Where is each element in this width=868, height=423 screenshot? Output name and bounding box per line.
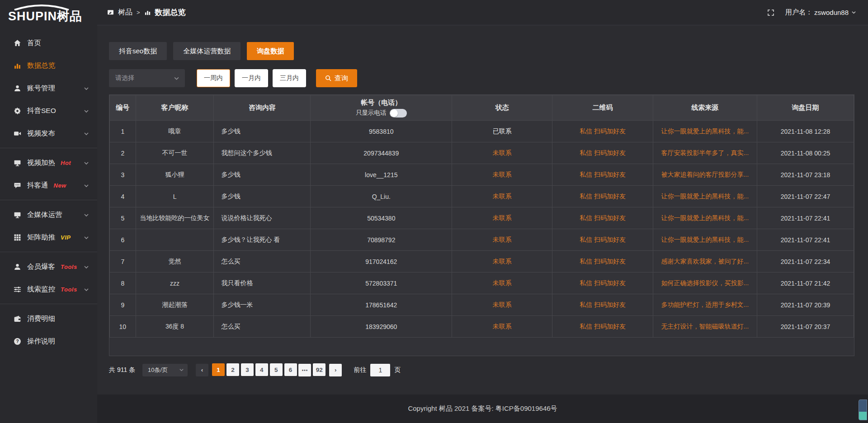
sidebar-item-badge: New <box>54 182 66 189</box>
period-button[interactable]: 三月内 <box>273 69 306 87</box>
source-link[interactable]: 感谢大家喜欢我家，被问了好... <box>661 258 749 265</box>
period-buttons: 一周内 一月内 三月内 <box>197 69 306 87</box>
page-number-button[interactable]: 3 <box>241 363 254 376</box>
sidebar-item[interactable]: 抖客通 New <box>0 174 97 197</box>
tab-button[interactable]: 询盘数据 <box>247 42 294 60</box>
page-number-button[interactable]: 2 <box>226 363 239 376</box>
monitor-icon <box>14 159 21 167</box>
screen-icon <box>14 211 21 219</box>
cell-date: 2021-11-07 22:41 <box>757 229 854 251</box>
fullscreen-icon[interactable] <box>767 9 774 16</box>
cell-date: 2021-11-07 22:34 <box>757 251 854 273</box>
data-tabs: 抖音seo数据 全媒体运营数据 询盘数据 <box>109 42 854 60</box>
phone-only-toggle[interactable] <box>390 109 407 118</box>
sidebar-item-badge: Tools <box>61 263 77 270</box>
sidebar-item[interactable]: 矩阵助推 VIP <box>0 226 97 249</box>
period-button[interactable]: 一周内 <box>197 69 230 87</box>
tab-button[interactable]: 全媒体运营数据 <box>173 42 241 60</box>
tab-button[interactable]: 抖音seo数据 <box>109 42 167 60</box>
sidebar-item[interactable]: ? 操作说明 <box>0 330 97 352</box>
sidebar-item[interactable]: 全媒体运营 <box>0 203 97 226</box>
page-number-button[interactable]: ••• <box>298 364 311 376</box>
page-number-button[interactable]: 92 <box>313 363 326 376</box>
sidebar-item[interactable]: 消费明细 <box>0 307 97 330</box>
status-text: 未联系 <box>452 142 552 164</box>
logo-text: SHUPIN树品 <box>8 10 97 23</box>
sidebar-nav: 首页 数据总览 账号管理 <box>0 28 97 352</box>
copyright-text: Copyright 树品 2021 备案号: 粤ICP备09019646号 <box>408 404 557 413</box>
video-icon <box>14 130 21 137</box>
cell-id: 6 <box>110 229 136 251</box>
cell-content: 怎么买 <box>214 251 311 273</box>
search-button-label: 查询 <box>335 74 348 83</box>
page-number-button[interactable]: 4 <box>255 363 268 376</box>
source-link[interactable]: 让你一眼就爱上的黑科技，能... <box>661 236 749 243</box>
chevron-down-icon <box>84 131 89 138</box>
page-number-button[interactable]: 5 <box>270 363 283 376</box>
page-size-select[interactable]: 10条/页 <box>142 364 188 376</box>
qr-link[interactable]: 私信 扫码加好友 <box>580 258 626 265</box>
status-text: 未联系 <box>452 251 552 273</box>
sidebar-item-label: 抖音SEO <box>27 106 56 116</box>
cell-nickname: zzz <box>136 273 214 294</box>
cell-date: 2021-11-07 20:39 <box>757 294 854 316</box>
breadcrumb-app[interactable]: 树品 <box>118 8 132 17</box>
col-header-id: 编号 <box>110 95 136 121</box>
source-link[interactable]: 被大家追着问的客厅投影分享... <box>661 171 749 178</box>
sidebar-item[interactable]: 视频加热 Hot <box>0 151 97 174</box>
qr-link[interactable]: 私信 扫码加好友 <box>580 236 626 243</box>
sidebar-item[interactable]: 会员爆客 Tools <box>0 255 97 278</box>
qr-link[interactable]: 私信 扫码加好友 <box>580 127 626 135</box>
table-row: 4 L 多少钱 Q_Liu. 未联系 私信 扫码加好友 让你一眼就爱上的黑科技，… <box>110 186 854 207</box>
qr-link[interactable]: 私信 扫码加好友 <box>580 193 626 200</box>
period-button[interactable]: 一月内 <box>235 69 268 87</box>
source-link[interactable]: 让你一眼就爱上的黑科技，能... <box>661 214 749 221</box>
floating-widget[interactable] <box>859 400 867 420</box>
user-menu[interactable]: 用户名： zswodun88 <box>785 8 856 17</box>
qr-link[interactable]: 私信 扫码加好友 <box>580 323 626 330</box>
qr-link[interactable]: 私信 扫码加好友 <box>580 301 626 308</box>
qr-link[interactable]: 私信 扫码加好友 <box>580 149 626 156</box>
sidebar-item[interactable]: 数据总览 <box>0 54 97 77</box>
table-row: 9 潮起潮落 多少钱一米 178651642 未联系 私信 扫码加好友 多功能护… <box>110 294 854 316</box>
chevron-down-icon <box>84 85 89 93</box>
table-row: 5 当地比较能吃的一位美女 说说价格让我死心 50534380 未联系 私信 扫… <box>110 207 854 229</box>
cell-content: 我只看价格 <box>214 273 311 294</box>
source-link[interactable]: 无主灯设计，智能磁吸轨道灯... <box>661 323 749 330</box>
cell-id: 9 <box>110 294 136 316</box>
chevron-down-icon <box>179 367 184 372</box>
qr-link[interactable]: 私信 扫码加好友 <box>580 171 626 178</box>
prev-page-button[interactable]: ‹ <box>196 364 208 376</box>
source-link[interactable]: 客厅安装投影半年多了，真实... <box>661 149 749 156</box>
next-page-button[interactable]: › <box>329 364 342 376</box>
cell-id: 1 <box>110 121 136 142</box>
sidebar-item[interactable]: 线索监控 Tools <box>0 278 97 301</box>
jump-label: 前往 <box>354 366 366 374</box>
source-link[interactable]: 让你一眼就爱上的黑科技，能... <box>661 127 749 135</box>
jump-page-input[interactable] <box>370 364 390 376</box>
sidebar-item[interactable]: 首页 <box>0 32 97 54</box>
sidebar-item[interactable]: 视频发布 <box>0 122 97 145</box>
sidebar-item-label: 视频加热 <box>27 158 55 168</box>
qr-link[interactable]: 私信 扫码加好友 <box>580 279 626 287</box>
col-header-content: 咨询内容 <box>214 95 311 121</box>
filter-select[interactable]: 请选择 <box>109 69 185 87</box>
cell-id: 8 <box>110 273 136 294</box>
cell-id: 10 <box>110 316 136 338</box>
source-link[interactable]: 如何正确选择投影仪，买投影... <box>661 279 749 287</box>
cell-account: love__1215 <box>311 164 452 186</box>
search-button[interactable]: 查询 <box>316 69 357 87</box>
topbar: 树品 > 数据总览 用户名： zswodun88 <box>97 0 868 25</box>
sidebar-item-label: 消费明细 <box>27 314 55 324</box>
cell-date: 2021-11-07 22:41 <box>757 207 854 229</box>
col-header-status: 状态 <box>452 95 552 121</box>
page-number-button[interactable]: 6 <box>284 363 297 376</box>
source-link[interactable]: 让你一眼就爱上的黑科技，能... <box>661 193 749 200</box>
total-count: 共 911 条 <box>109 366 135 374</box>
source-link[interactable]: 多功能护栏灯，适用于乡村文... <box>661 301 749 308</box>
cell-account: 50534380 <box>311 207 452 229</box>
sidebar-item[interactable]: 抖音SEO <box>0 99 97 122</box>
page-number-button[interactable]: 1 <box>212 363 225 376</box>
qr-link[interactable]: 私信 扫码加好友 <box>580 214 626 221</box>
sidebar-item[interactable]: 账号管理 <box>0 77 97 99</box>
